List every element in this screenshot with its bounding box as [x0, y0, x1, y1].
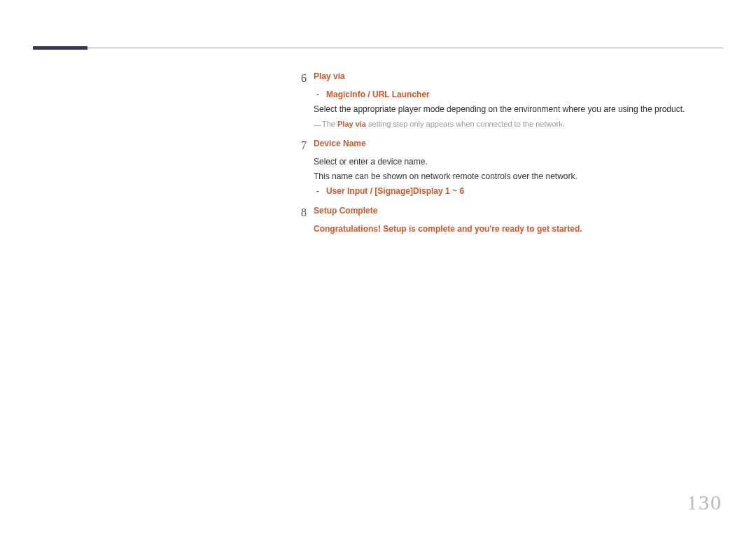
step-7-body: Select or enter a device name. This name…: [314, 155, 727, 183]
content-area: 6 Play via - MagicInfo / URL Launcher Se…: [314, 70, 727, 238]
option-slash: /: [368, 186, 374, 196]
step-6: 6 Play via - MagicInfo / URL Launcher Se…: [314, 70, 727, 130]
page-number: 130: [687, 491, 722, 514]
note-prefix: The: [322, 120, 337, 128]
header-accent: [33, 46, 88, 50]
congrats-text: Congratulations! Setup is complete and y…: [314, 223, 727, 235]
step-title: Device Name: [314, 137, 727, 150]
long-dash-icon: ―: [314, 119, 321, 131]
step-6-desc: Select the appropriate player mode depen…: [314, 103, 727, 115]
option-b: [Signage]Display 1 ~ 6: [374, 186, 464, 196]
option-text: MagicInfo / URL Launcher: [326, 90, 430, 99]
step-8: 8 Setup Complete Congratulations! Setup …: [314, 204, 727, 235]
note-suffix: setting step only appears when connected…: [366, 120, 565, 128]
step-6-note: ― The Play via setting step only appears…: [314, 118, 727, 130]
description-text: Select the appropriate player mode depen…: [314, 103, 727, 115]
dash-icon: -: [316, 185, 319, 197]
step-number: 8: [301, 204, 307, 221]
step-title: Play via: [314, 70, 727, 83]
step-number: 6: [301, 70, 307, 87]
step-6-options: - MagicInfo / URL Launcher: [314, 88, 727, 101]
line1: Select or enter a device name.: [314, 155, 727, 168]
step-number: 7: [301, 137, 307, 154]
step-title: Setup Complete: [314, 204, 727, 217]
dash-icon: -: [316, 88, 319, 101]
option-a: User Input: [326, 186, 368, 196]
line2: This name can be shown on network remote…: [314, 170, 727, 183]
header-rule: [33, 48, 723, 48]
note-bold: Play via: [337, 120, 366, 128]
step-7: 7 Device Name Select or enter a device n…: [314, 137, 727, 197]
step-7-options: - User Input / [Signage]Display 1 ~ 6: [314, 185, 727, 197]
